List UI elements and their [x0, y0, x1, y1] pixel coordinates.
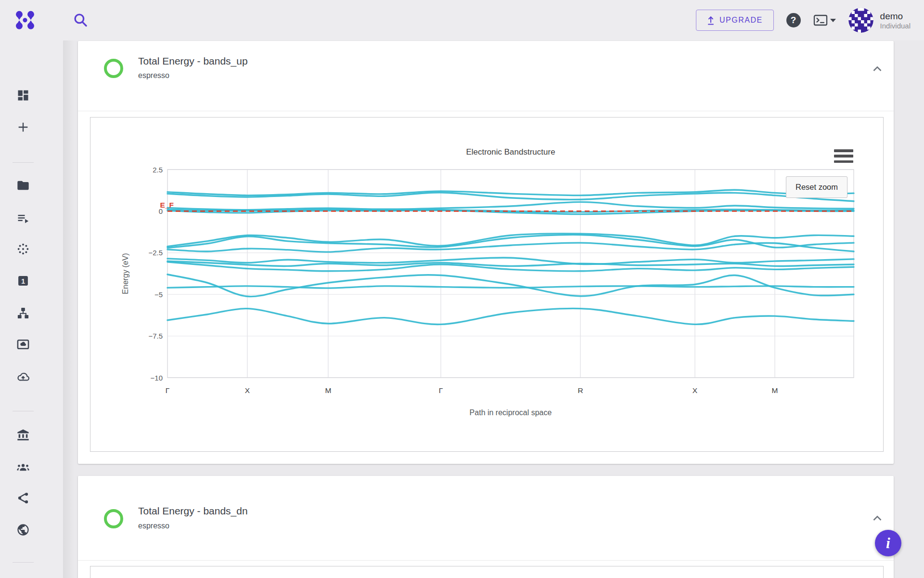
band-line — [167, 243, 854, 252]
sidebar-divider — [13, 562, 34, 563]
result-card-bands-dn: Total Energy - bands_dn espresso — [78, 476, 894, 578]
status-success-ring — [104, 509, 123, 528]
bandstructure-plot[interactable]: 2.50−2.5−5−7.5−10ΓXMΓRXMPath in reciproc… — [90, 118, 884, 452]
chart-menu-hamburger-icon[interactable] — [834, 149, 853, 163]
sidebar: 1 — [0, 40, 63, 578]
header-divider — [78, 560, 894, 561]
sidebar-item-notebook-badge-icon[interactable]: 1 — [12, 269, 35, 292]
svg-text:Energy (eV): Energy (eV) — [121, 253, 129, 294]
collapse-chevron-up-icon[interactable] — [870, 511, 885, 525]
svg-text:−5: −5 — [154, 290, 163, 299]
svg-text:M: M — [325, 386, 332, 394]
band-line — [167, 202, 854, 210]
card-subtitle: espresso — [138, 71, 169, 80]
band-line — [167, 286, 854, 288]
svg-text:E_F: E_F — [160, 201, 174, 209]
card-title: Total Energy - bands_dn — [138, 505, 248, 517]
terminal-menu-button[interactable] — [813, 14, 836, 26]
svg-text:−7.5: −7.5 — [148, 332, 163, 340]
sidebar-divider — [13, 411, 34, 411]
upgrade-label: UPGRADE — [719, 16, 763, 25]
avatar — [848, 8, 873, 33]
sidebar-item-workflow-tree-icon[interactable] — [12, 302, 35, 325]
user-menu[interactable]: demo Individual — [848, 8, 911, 33]
content-left-shadow — [63, 40, 75, 578]
svg-text:Path in reciprocal space: Path in reciprocal space — [470, 408, 552, 417]
terminal-icon — [813, 14, 828, 26]
upgrade-button[interactable]: UPGRADE — [696, 10, 774, 31]
chevron-down-icon — [830, 18, 836, 22]
band-line — [167, 258, 854, 264]
bandstructure-chart-panel[interactable]: 2.50−2.5−5−7.5−10ΓXMΓRXMPath in reciproc… — [90, 117, 884, 452]
card-subtitle: espresso — [138, 522, 169, 530]
sidebar-item-materials-atoms-icon[interactable] — [12, 237, 35, 261]
user-name: demo — [880, 11, 911, 22]
info-button[interactable]: i — [875, 530, 901, 556]
sidebar-item-globe-icon[interactable] — [12, 518, 35, 541]
card-title: Total Energy - bands_up — [138, 55, 248, 67]
svg-text:Γ: Γ — [166, 386, 170, 394]
sidebar-item-team-icon[interactable] — [12, 455, 35, 478]
svg-text:X: X — [693, 386, 698, 394]
band-line — [167, 190, 854, 195]
collapse-chevron-up-icon[interactable] — [870, 62, 885, 76]
mat3ra-logo[interactable] — [13, 10, 37, 30]
sidebar-item-share-icon[interactable] — [12, 486, 35, 510]
header-divider — [78, 111, 894, 111]
main-content: Total Energy - bands_up espresso 2.50−2.… — [63, 0, 924, 578]
svg-text:Γ: Γ — [439, 386, 443, 394]
reset-zoom-button[interactable]: Reset zoom — [786, 176, 847, 198]
sidebar-item-dashboard-icon[interactable] — [12, 84, 35, 107]
help-icon[interactable]: ? — [786, 13, 801, 27]
sidebar-item-folder-icon[interactable] — [12, 174, 35, 197]
svg-text:−10: −10 — [151, 374, 163, 382]
svg-text:−2.5: −2.5 — [148, 249, 163, 257]
svg-text:1: 1 — [21, 277, 25, 285]
status-success-ring — [104, 59, 123, 78]
result-card-bands-up: Total Energy - bands_up espresso 2.50−2.… — [78, 41, 894, 464]
sidebar-item-media-image-icon[interactable] — [12, 333, 35, 356]
svg-text:X: X — [245, 386, 250, 394]
svg-text:R: R — [578, 386, 583, 394]
user-plan: Individual — [880, 22, 911, 30]
upload-arrow-icon — [707, 15, 715, 25]
svg-text:M: M — [772, 386, 778, 394]
sidebar-item-cloud-upload-icon[interactable] — [12, 365, 35, 388]
sidebar-divider — [13, 162, 34, 163]
search-icon[interactable] — [72, 12, 89, 28]
chart-title: Electronic Bandstructure — [414, 147, 607, 157]
bandstructure-chart-panel-clipped — [90, 566, 884, 578]
topbar: UPGRADE ? — [0, 0, 924, 40]
sidebar-item-jobs-list-icon[interactable] — [12, 207, 35, 230]
svg-text:2.5: 2.5 — [153, 166, 163, 174]
band-line — [167, 308, 854, 324]
sidebar-item-add-icon[interactable] — [12, 116, 35, 139]
sidebar-item-bank-icon[interactable] — [12, 423, 35, 447]
